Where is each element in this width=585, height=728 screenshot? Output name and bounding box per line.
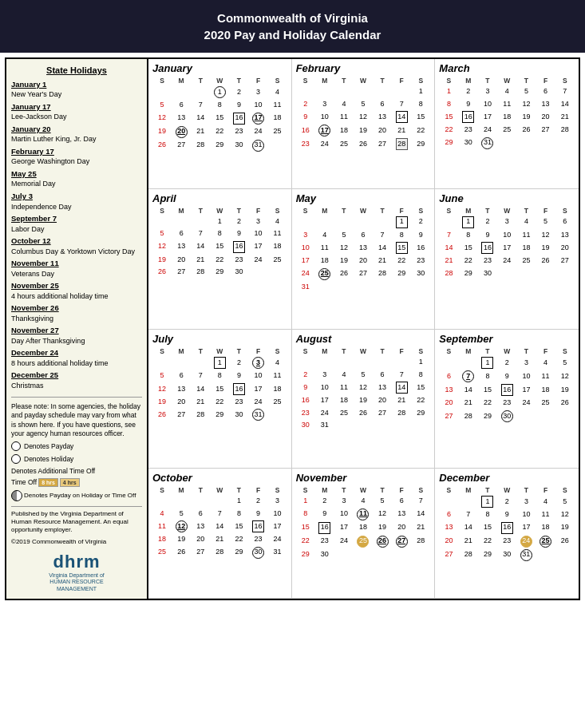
- page-header: Commonwealth of Virginia 2020 Pay and Ho…: [0, 0, 585, 53]
- holidays-list: January 1New Year's Day January 17Lee-Ja…: [11, 80, 142, 390]
- page-wrapper: Commonwealth of Virginia 2020 Pay and Ho…: [0, 0, 585, 600]
- page-title: Commonwealth of Virginia 2020 Pay and Ho…: [6, 10, 579, 43]
- half-circle-icon: [11, 490, 22, 501]
- month-september: September SMTWTFS 12345 6789101112 13141…: [435, 330, 579, 469]
- sidebar-title: State Holidays: [11, 65, 142, 75]
- month-january: January SMTWTFS 1234 567891011 121314151…: [148, 59, 292, 189]
- dhrm-logo: dhrm Virginia Department ofHUMAN RESOURC…: [11, 552, 142, 592]
- dhrm-logo-sub: Virginia Department ofHUMAN RESOURCEMANA…: [11, 572, 142, 592]
- 8hrs-box: 8 hrs: [38, 478, 58, 487]
- month-february: February SMTWTFS 1 2345678 9101112131415: [292, 59, 436, 189]
- holiday-icon: [11, 454, 21, 464]
- main-content: State Holidays January 1New Year's Day J…: [5, 57, 580, 600]
- legend-time-off: Time Off 8 hrs 4 hrs: [11, 478, 142, 487]
- 4hrs-box: 4 hrs: [60, 478, 80, 487]
- sidebar-note: Please note: In some agencies, the holid…: [11, 397, 142, 437]
- legend-holiday: Denotes Holiday: [11, 454, 142, 464]
- sidebar: State Holidays January 1New Year's Day J…: [6, 59, 148, 599]
- month-november: November SMTWTFS 1234567 891011121314 15…: [292, 469, 436, 599]
- calendar-grid: January SMTWTFS 1234 567891011 121314151…: [148, 59, 579, 599]
- month-july: July SMTWTFS 1234 567891011 121314151617…: [148, 330, 292, 469]
- copyright: ©2019 Commonwealth of Virginia: [11, 538, 142, 545]
- dhrm-logo-text: dhrm: [11, 552, 142, 572]
- legend-additional: Denotes Additional Time Off: [11, 467, 142, 475]
- legend-payday: Denotes Payday: [11, 441, 142, 451]
- month-june: June SMTWTFS 123456 78910111213 14151617…: [435, 189, 579, 330]
- month-may: May SMTWTFS 12 3456789 10111213141516: [292, 189, 436, 330]
- month-august: August SMTWTFS 1 2345678 9101112131415: [292, 330, 436, 469]
- published-note: Published by the Virginia Department of …: [11, 506, 142, 535]
- legend-payday-holiday: Denotes Payday on Holiday or Time Off: [11, 490, 142, 501]
- payday-icon: [11, 441, 21, 451]
- month-december: December SMTWTFS 12345 6789101112 131415…: [435, 469, 579, 599]
- content-area: State Holidays January 1New Year's Day J…: [6, 59, 579, 599]
- month-march: March SMTWTFS 1234567 891011121314 15161…: [435, 59, 579, 189]
- month-april: April SMTWTFS 1234 567891011 12131415161…: [148, 189, 292, 330]
- month-october: October SMTWTFS 123 45678910 11121314151…: [148, 469, 292, 599]
